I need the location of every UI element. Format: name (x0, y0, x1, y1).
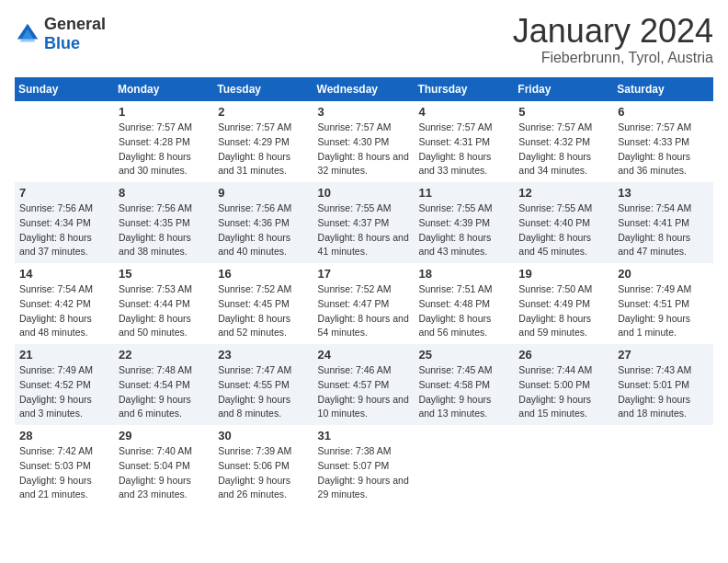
calendar-cell: 21 Sunrise: 7:49 AM Sunset: 4:52 PM Dayl… (15, 344, 114, 425)
sunset: Sunset: 4:37 PM (318, 217, 390, 228)
calendar-cell: 12 Sunrise: 7:55 AM Sunset: 4:40 PM Dayl… (514, 182, 613, 263)
sunrise: Sunrise: 7:49 AM (19, 364, 93, 375)
sunrise: Sunrise: 7:39 AM (218, 445, 291, 456)
sunset: Sunset: 4:49 PM (518, 298, 590, 309)
sunset: Sunset: 4:54 PM (119, 379, 190, 390)
page-header: General Blue January 2024 Fieberbrunn, T… (15, 15, 713, 66)
day-number: 18 (418, 267, 509, 281)
day-number: 2 (218, 105, 308, 119)
col-monday: Monday (114, 77, 213, 101)
sunset: Sunset: 5:04 PM (119, 460, 190, 471)
day-number: 3 (318, 105, 410, 119)
logo: General Blue (15, 15, 106, 53)
day-number: 19 (518, 267, 609, 281)
sunset: Sunset: 4:57 PM (318, 379, 390, 390)
daylight: Daylight: 8 hours and 37 minutes. (19, 232, 92, 258)
sunset: Sunset: 4:55 PM (218, 379, 290, 390)
day-number: 13 (618, 186, 709, 200)
sunrise: Sunrise: 7:56 AM (19, 202, 93, 213)
calendar-week-row: 14 Sunrise: 7:54 AM Sunset: 4:42 PM Dayl… (15, 263, 713, 344)
sunset: Sunset: 4:44 PM (119, 298, 190, 309)
sunset: Sunset: 4:28 PM (119, 136, 190, 147)
day-number: 21 (19, 348, 109, 362)
calendar-cell: 6 Sunrise: 7:57 AM Sunset: 4:33 PM Dayli… (613, 101, 713, 182)
daylight: Daylight: 8 hours and 59 minutes. (518, 313, 591, 339)
sunrise: Sunrise: 7:55 AM (518, 202, 592, 213)
day-number: 16 (218, 267, 308, 281)
day-number: 15 (119, 267, 209, 281)
daylight: Daylight: 8 hours and 31 minutes. (218, 151, 290, 177)
daylight: Daylight: 8 hours and 41 minutes. (318, 232, 409, 258)
logo-icon (15, 21, 40, 47)
calendar-week-row: 21 Sunrise: 7:49 AM Sunset: 4:52 PM Dayl… (15, 344, 713, 425)
sunrise: Sunrise: 7:45 AM (418, 364, 492, 375)
day-number: 27 (618, 348, 709, 362)
calendar-cell: 3 Sunrise: 7:57 AM Sunset: 4:30 PM Dayli… (313, 101, 415, 182)
daylight: Daylight: 9 hours and 13 minutes. (418, 394, 491, 419)
daylight: Daylight: 9 hours and 8 minutes. (218, 394, 290, 419)
daylight: Daylight: 9 hours and 26 minutes. (218, 475, 290, 500)
calendar-cell: 23 Sunrise: 7:47 AM Sunset: 4:55 PM Dayl… (213, 344, 313, 425)
col-sunday: Sunday (15, 77, 114, 101)
calendar-cell: 19 Sunrise: 7:50 AM Sunset: 4:49 PM Dayl… (514, 263, 613, 344)
calendar-cell: 15 Sunrise: 7:53 AM Sunset: 4:44 PM Dayl… (114, 263, 213, 344)
day-number: 25 (418, 348, 509, 362)
calendar-cell: 31 Sunrise: 7:38 AM Sunset: 5:07 PM Dayl… (313, 425, 415, 506)
day-number: 22 (119, 348, 209, 362)
sunset: Sunset: 4:51 PM (618, 298, 689, 309)
daylight: Daylight: 8 hours and 38 minutes. (119, 232, 191, 258)
sunrise: Sunrise: 7:51 AM (418, 283, 492, 294)
calendar-cell: 4 Sunrise: 7:57 AM Sunset: 4:31 PM Dayli… (414, 101, 514, 182)
day-number: 9 (218, 186, 308, 200)
sunset: Sunset: 5:00 PM (518, 379, 590, 390)
sunrise: Sunrise: 7:44 AM (518, 364, 592, 375)
sunrise: Sunrise: 7:57 AM (318, 121, 392, 132)
sunrise: Sunrise: 7:55 AM (318, 202, 392, 213)
month-title: January 2024 (513, 15, 713, 48)
calendar-cell: 13 Sunrise: 7:54 AM Sunset: 4:41 PM Dayl… (613, 182, 713, 263)
calendar-cell: 22 Sunrise: 7:48 AM Sunset: 4:54 PM Dayl… (114, 344, 213, 425)
day-number: 17 (318, 267, 410, 281)
sunrise: Sunrise: 7:54 AM (618, 202, 691, 213)
title-block: January 2024 Fieberbrunn, Tyrol, Austria (513, 15, 713, 66)
day-number: 29 (119, 429, 209, 442)
sunrise: Sunrise: 7:55 AM (418, 202, 492, 213)
day-number: 30 (218, 429, 308, 442)
col-saturday: Saturday (613, 77, 713, 101)
calendar-header-row: Sunday Monday Tuesday Wednesday Thursday… (15, 77, 713, 101)
daylight: Daylight: 8 hours and 50 minutes. (119, 313, 191, 339)
logo-text-general: General (44, 15, 106, 33)
sunrise: Sunrise: 7:57 AM (119, 121, 192, 132)
calendar-week-row: 1 Sunrise: 7:57 AM Sunset: 4:28 PM Dayli… (15, 101, 713, 182)
sunrise: Sunrise: 7:57 AM (218, 121, 291, 132)
calendar-cell: 11 Sunrise: 7:55 AM Sunset: 4:39 PM Dayl… (414, 182, 514, 263)
calendar-cell: 24 Sunrise: 7:46 AM Sunset: 4:57 PM Dayl… (313, 344, 415, 425)
sunrise: Sunrise: 7:38 AM (318, 445, 392, 456)
sunset: Sunset: 4:40 PM (518, 217, 590, 228)
sunrise: Sunrise: 7:52 AM (318, 283, 392, 294)
sunset: Sunset: 4:47 PM (318, 298, 390, 309)
calendar-cell: 2 Sunrise: 7:57 AM Sunset: 4:29 PM Dayli… (213, 101, 313, 182)
calendar-cell: 28 Sunrise: 7:42 AM Sunset: 5:03 PM Dayl… (15, 425, 114, 506)
calendar-week-row: 28 Sunrise: 7:42 AM Sunset: 5:03 PM Dayl… (15, 425, 713, 506)
sunset: Sunset: 4:32 PM (518, 136, 590, 147)
day-number: 24 (318, 348, 410, 362)
day-number: 6 (618, 105, 709, 119)
calendar-cell: 8 Sunrise: 7:56 AM Sunset: 4:35 PM Dayli… (114, 182, 213, 263)
sunrise: Sunrise: 7:42 AM (19, 445, 93, 456)
sunset: Sunset: 4:45 PM (218, 298, 290, 309)
day-number: 20 (618, 267, 709, 281)
sunset: Sunset: 5:03 PM (19, 460, 91, 471)
sunrise: Sunrise: 7:43 AM (618, 364, 691, 375)
sunset: Sunset: 4:48 PM (418, 298, 490, 309)
col-friday: Friday (514, 77, 613, 101)
daylight: Daylight: 8 hours and 34 minutes. (518, 151, 591, 177)
sunset: Sunset: 4:34 PM (19, 217, 91, 228)
sunrise: Sunrise: 7:47 AM (218, 364, 291, 375)
sunset: Sunset: 4:36 PM (218, 217, 290, 228)
daylight: Daylight: 9 hours and 29 minutes. (318, 475, 409, 500)
sunrise: Sunrise: 7:48 AM (119, 364, 192, 375)
calendar-cell: 1 Sunrise: 7:57 AM Sunset: 4:28 PM Dayli… (114, 101, 213, 182)
daylight: Daylight: 8 hours and 36 minutes. (618, 151, 690, 177)
day-number: 4 (418, 105, 509, 119)
